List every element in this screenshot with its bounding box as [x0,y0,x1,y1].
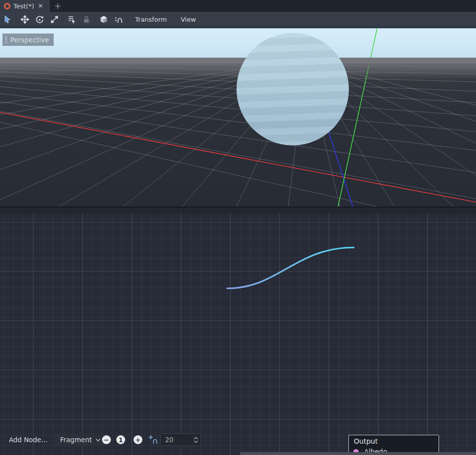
wire-boolean-to-alpha [227,247,354,288]
move-icon [21,15,29,24]
rotate-icon [35,15,44,24]
toolbar-separator [95,15,95,24]
scale-icon [50,15,59,24]
output-node-title[interactable]: Output [349,435,439,447]
stage-selected-label: Fragment [60,436,92,444]
viewport-grid [0,29,476,207]
snap-toggle-button[interactable] [148,435,158,444]
transform-menu[interactable]: Transform [128,13,174,26]
local-space-button[interactable] [96,13,111,26]
horizon-band [0,58,476,64]
view-menu[interactable]: View [174,13,203,26]
shader-stage-dropdown[interactable]: Fragment [55,433,105,446]
snap-step-spinbox[interactable]: 20 [160,433,201,446]
toolbar-separator [16,15,16,24]
snap-step-value[interactable]: 20 [161,436,191,444]
magnet-snap-icon [114,15,123,24]
spatial-toolbar: Transform View [0,12,476,27]
move-tool-button[interactable] [17,13,32,26]
scene-tab-bar: Test(*) ✕ + [0,0,476,12]
connection-layer [0,213,476,455]
list-select-icon [68,15,76,24]
sphere-mesh [237,33,349,145]
spin-down-icon [194,440,198,443]
3d-viewport[interactable]: Perspective [0,29,476,207]
grid-snap-icon [148,435,158,444]
snap-mode-button[interactable] [111,13,126,26]
godot-editor: Test(*) ✕ + [0,0,476,455]
add-node-button[interactable]: Add Node... [6,433,51,446]
lock-button[interactable] [79,13,94,26]
new-tab-button[interactable]: + [51,0,64,12]
projection-label: Perspective [10,36,49,44]
cube-icon [100,15,108,24]
toolbar-separator [127,15,127,24]
lock-icon [82,15,91,24]
graph-horizontal-scrollbar[interactable] [240,452,476,455]
panel-divider[interactable] [0,207,476,213]
list-select-tool-button[interactable] [64,13,79,26]
zoom-out-button[interactable]: − [102,435,111,444]
x-axis-line [0,112,476,202]
projection-menu[interactable]: Perspective [2,34,54,46]
spin-up-icon [194,437,198,440]
select-arrow-icon [3,15,12,24]
scale-tool-button[interactable] [47,13,62,26]
spinbox-arrows[interactable] [191,437,201,443]
zoom-in-button[interactable]: + [134,435,142,444]
shader-graph-editor[interactable]: Add Node... Fragment − 1 + 20 [0,213,476,455]
select-tool-button[interactable] [0,13,15,26]
rotate-tool-button[interactable] [32,13,47,26]
drag-dots-icon [5,36,7,43]
toolbar-separator [63,15,63,24]
chevron-down-icon [96,438,101,442]
tab-label: Test(*) [13,2,34,10]
tab-close-icon[interactable]: ✕ [38,2,43,9]
zoom-reset-button[interactable]: 1 [116,435,125,444]
shader-resource-icon [4,3,10,9]
tab-test-scene[interactable]: Test(*) ✕ [0,0,50,12]
